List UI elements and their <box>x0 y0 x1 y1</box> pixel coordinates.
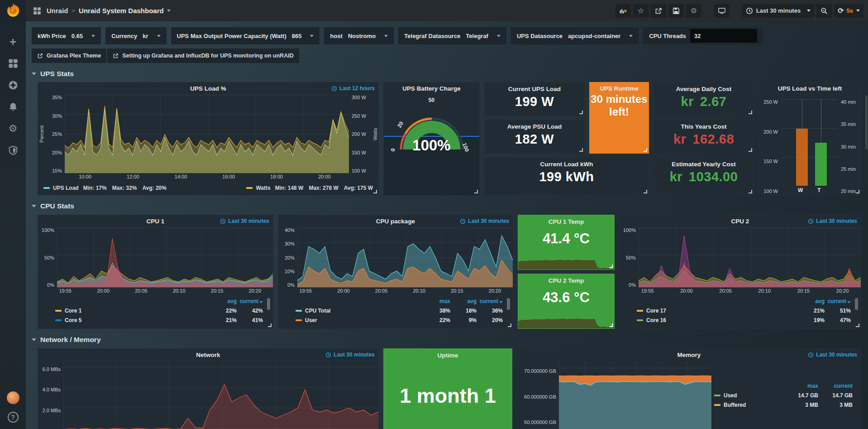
y-tick: 50.000000 GB <box>524 419 556 425</box>
y-tick: 10% <box>279 269 295 274</box>
legend: UPS Load Min: 17% Max: 32% Avg: 20% Watt… <box>38 181 378 195</box>
create-icon[interactable]: + <box>8 36 19 47</box>
clock-icon <box>808 352 814 358</box>
stat-value: kr1034.00 <box>670 169 738 184</box>
x-tick: 19:55 <box>59 288 72 295</box>
refresh-button[interactable]: ⟳ 5s <box>834 4 863 18</box>
y-tick: 40% <box>279 227 295 233</box>
panel-time-override[interactable]: Last 30 minutes <box>808 218 857 224</box>
configuration-gear-icon[interactable]: ⚙ <box>8 123 19 134</box>
y-tick: 100 W <box>761 188 778 194</box>
dashboard-caret-icon[interactable] <box>167 10 171 12</box>
variable-kwh-price[interactable]: kWh Price 0.65 <box>32 27 101 44</box>
refresh-icon: ⟳ <box>838 6 844 15</box>
explore-compass-icon[interactable] <box>8 80 19 91</box>
variable-currency[interactable]: Currency kr <box>105 27 166 44</box>
link-ups-monitoring-guide[interactable]: Setting up Grafana and InfluxDB for UPS … <box>107 48 299 63</box>
time-range-picker[interactable]: Last 30 minutes <box>742 4 814 18</box>
variable-cpu-threads: CPU Threads 32 <box>643 27 763 44</box>
zoom-out-button[interactable] <box>816 4 832 18</box>
legend-swatch <box>296 310 302 312</box>
legend-scrollbar[interactable] <box>855 298 858 310</box>
x-tick: 20:10 <box>758 288 771 295</box>
section-cpu-stats[interactable]: CPU Stats <box>32 202 861 210</box>
breadcrumb-dashboard-title[interactable]: Unraid System Dashboard <box>79 7 164 14</box>
y-tick: 30% <box>46 113 62 119</box>
stat-value: 30 minutes left! <box>590 93 649 118</box>
cpu-threads-input[interactable]: 32 <box>690 29 757 43</box>
external-link-icon <box>37 53 43 59</box>
legend-scrollbar[interactable] <box>507 298 510 310</box>
section-network-memory[interactable]: Network / Memory <box>32 336 861 344</box>
legend-swatch <box>637 319 643 321</box>
sidebar: + ⚙ ? <box>0 0 26 429</box>
variable-telegraf-datasource[interactable]: Telegraf Datasource Telegraf <box>398 27 506 44</box>
x-tick: 20:00 <box>318 174 331 181</box>
x-axis: 10:0012:0014:0016:0018:0020:00 <box>38 174 378 181</box>
save-dashboard-button[interactable] <box>668 4 684 18</box>
ups-load-plot[interactable] <box>65 95 349 174</box>
refresh-interval[interactable]: 5s <box>847 7 853 14</box>
panel-time-override[interactable]: Last 30 minutes <box>808 352 857 358</box>
tv-mode-button[interactable] <box>714 4 730 18</box>
bar-time-left[interactable] <box>815 143 827 186</box>
grafana-logo[interactable] <box>5 3 21 19</box>
x-tick: 20:20 <box>836 288 849 295</box>
panel-cpu-package-chart: CPU package Last 30 minutes 40%30%20%10%… <box>278 215 513 329</box>
y-tick: 20% <box>46 150 62 155</box>
section-ups-stats[interactable]: UPS Stats <box>32 70 861 78</box>
x-tick: T <box>817 187 820 193</box>
y-tick: 200 W <box>761 129 778 135</box>
clock-icon <box>460 218 466 224</box>
cpu-package-plot[interactable] <box>297 227 513 288</box>
panel-ups-battery-charge: UPS Battery Charge 50 20 0 100 100% <box>383 82 480 195</box>
share-dashboard-button[interactable] <box>651 4 666 18</box>
cpu-stats-row: CPU 1 Last 30 minutes 100%50%0% 19:5520:… <box>38 215 861 329</box>
memory-plot[interactable] <box>559 361 711 429</box>
panel-time-override[interactable]: Last 30 minutes <box>325 352 375 358</box>
caret-down-icon <box>310 35 314 37</box>
panel-time-override[interactable]: Last 30 minutes <box>220 218 269 224</box>
star-icon: ☆ <box>638 6 644 15</box>
panel-cpu1-chart: CPU 1 Last 30 minutes 100%50%0% 19:5520:… <box>38 215 273 329</box>
bar-watts[interactable] <box>796 129 808 186</box>
cpu1-plot[interactable] <box>57 227 273 288</box>
alerting-bell-icon[interactable] <box>8 101 19 112</box>
gauge-tick: 50 <box>429 97 434 103</box>
clock-icon <box>331 86 337 92</box>
y-tick: 25% <box>46 131 62 137</box>
legend-swatch[interactable] <box>43 187 50 189</box>
panel-current-ups-load: Current UPS Load 199 W <box>484 82 585 116</box>
bars-plot[interactable] <box>782 99 837 186</box>
y-axis-left: 40%30%20%10%0% <box>278 227 297 288</box>
stat-value: kr2.67 <box>681 94 727 109</box>
panel-time-override[interactable]: Last 30 minutes <box>460 218 509 224</box>
x-tick: W <box>798 187 803 193</box>
star-dashboard-button[interactable]: ☆ <box>633 4 649 18</box>
help-icon[interactable]: ? <box>8 412 19 423</box>
legend-scrollbar[interactable] <box>267 298 270 310</box>
panel-time-override[interactable]: Last 12 hours <box>331 85 375 92</box>
panel-ups-load-vs-time-left: UPS Load vs Time left 250 W200 W150 W100… <box>758 82 861 195</box>
cpu2-plot[interactable] <box>639 227 861 288</box>
breadcrumb-separator: > <box>72 7 76 14</box>
external-link-icon <box>113 53 119 59</box>
variable-ups-max-output[interactable]: UPS Max Output Power Capacity (Watt) 865 <box>171 27 320 44</box>
chevron-down-icon <box>32 72 36 75</box>
add-panel-button[interactable] <box>615 4 631 18</box>
link-grafana-plex-theme[interactable]: Grafana Plex Theme <box>32 48 106 63</box>
dashboard-settings-button[interactable]: ⚙ <box>686 4 701 18</box>
caret-down-icon <box>91 35 95 37</box>
sort-caret-icon <box>259 301 263 303</box>
network-plot[interactable] <box>63 361 378 429</box>
apps-grid-icon[interactable] <box>33 7 41 15</box>
page-scrollbar[interactable] <box>865 95 868 149</box>
server-admin-shield-icon[interactable] <box>8 145 19 156</box>
breadcrumb-app[interactable]: Unraid <box>47 7 68 14</box>
x-axis: 19:5520:0020:0520:1020:1520:20 <box>278 288 513 295</box>
user-avatar[interactable] <box>6 391 20 405</box>
legend-swatch[interactable] <box>246 187 253 189</box>
dashboards-icon[interactable] <box>8 58 19 69</box>
variable-ups-datasource[interactable]: UPS Datasource apcupsd-container <box>511 27 639 44</box>
variable-host[interactable]: host Nostromo <box>324 27 394 44</box>
